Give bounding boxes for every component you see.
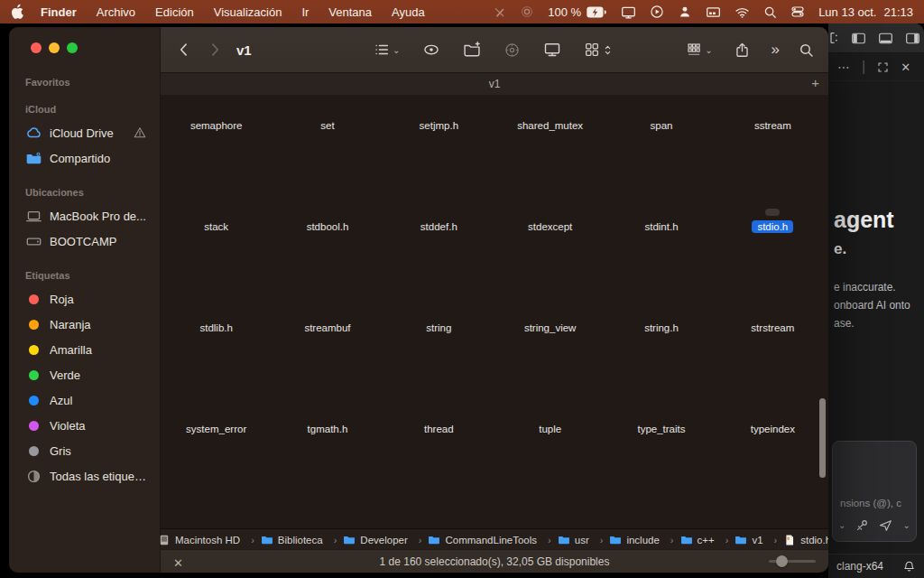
- file-item[interactable]: .h stdbool.h: [272, 209, 383, 310]
- control-center-icon[interactable]: [790, 5, 805, 19]
- file-item[interactable]: .h stddef.h: [383, 209, 494, 310]
- display-mirroring-icon[interactable]: [621, 5, 636, 20]
- file-item[interactable]: .h stdio.h: [717, 209, 828, 310]
- close-editor-icon[interactable]: ✕: [901, 61, 910, 74]
- spotlight-icon[interactable]: [763, 5, 777, 19]
- file-item[interactable]: .h string.h: [605, 310, 716, 411]
- battery-status[interactable]: 100 %: [548, 5, 607, 19]
- file-item[interactable]: shared_mutex: [494, 107, 605, 209]
- menu-item[interactable]: Ayuda: [392, 5, 425, 19]
- zoom-window-button[interactable]: [67, 42, 78, 53]
- menu-item[interactable]: Finder: [41, 5, 77, 19]
- handoff-icon[interactable]: [520, 5, 534, 19]
- sidebar-item[interactable]: iCloud Drive: [20, 120, 151, 145]
- connect-display-button[interactable]: [543, 41, 561, 59]
- view-options-button[interactable]: ⌄: [374, 42, 400, 58]
- search-button[interactable]: [799, 42, 814, 58]
- quick-look-button[interactable]: [422, 41, 440, 59]
- scrollbar[interactable]: [819, 398, 826, 478]
- path-segment[interactable]: Biblioteca ›: [261, 534, 344, 546]
- file-item[interactable]: string: [383, 310, 494, 411]
- sidebar-tag-item[interactable]: Azul: [20, 387, 151, 413]
- apple-menu[interactable]: [11, 4, 24, 20]
- chat-input-box[interactable]: nsions (@), c ⌄ ⌄: [832, 441, 917, 542]
- expand-icon[interactable]: [876, 61, 890, 74]
- tab-v1[interactable]: v1: [489, 78, 501, 90]
- file-item[interactable]: type_traits: [605, 411, 716, 512]
- file-item[interactable]: string_view: [494, 310, 605, 411]
- forward-button[interactable]: [206, 41, 224, 59]
- file-item[interactable]: .h stdlib.h: [161, 310, 272, 411]
- file-item[interactable]: sstream: [717, 107, 828, 209]
- pencil-slash-icon[interactable]: [493, 5, 506, 19]
- toggle-secondary-sidebar-icon[interactable]: [905, 31, 920, 46]
- file-item[interactable]: stdexcept: [494, 209, 605, 310]
- more-toolbar-items-button[interactable]: »: [772, 41, 778, 59]
- file-item[interactable]: semaphore: [161, 107, 272, 209]
- close-window-button[interactable]: [31, 42, 42, 53]
- burn-button[interactable]: [504, 42, 521, 59]
- toggle-primary-sidebar-icon[interactable]: [851, 31, 866, 46]
- file-item[interactable]: stack: [161, 209, 272, 310]
- back-button[interactable]: [175, 41, 193, 59]
- path-segment[interactable]: Developer ›: [343, 534, 428, 546]
- bell-icon[interactable]: [902, 560, 916, 573]
- path-segment[interactable]: include ›: [609, 534, 679, 546]
- path-segment[interactable]: v1 ›: [735, 534, 783, 546]
- now-playing-icon[interactable]: [650, 5, 664, 19]
- send-icon[interactable]: [878, 517, 893, 533]
- menu-item[interactable]: Ventana: [328, 5, 372, 19]
- customize-layout-icon[interactable]: [828, 30, 839, 46]
- fast-user-switching-icon[interactable]: [678, 5, 692, 19]
- path-segment[interactable]: CommandLineTools ›: [428, 534, 557, 546]
- file-item[interactable]: streambuf: [272, 310, 383, 411]
- minimize-window-button[interactable]: [49, 42, 60, 53]
- sidebar-item-all-tags[interactable]: Todas las etiquet...: [20, 463, 151, 489]
- path-segment[interactable]: stdio.h: [783, 534, 828, 546]
- file-item[interactable]: tuple: [494, 411, 605, 512]
- sidebar-item[interactable]: Compartido: [20, 145, 151, 171]
- path-segment-label: v1: [752, 535, 762, 545]
- new-folder-button[interactable]: [463, 41, 481, 59]
- path-segment[interactable]: Macintosh HD ›: [158, 534, 261, 546]
- input-source-icon[interactable]: [706, 5, 721, 20]
- share-button[interactable]: [734, 42, 751, 59]
- sidebar-tag-item[interactable]: Verde: [20, 362, 151, 387]
- path-segment[interactable]: usr ›: [558, 534, 610, 546]
- sidebar-tag-item[interactable]: Naranja: [20, 312, 151, 337]
- menu-item[interactable]: Edición: [155, 5, 194, 19]
- file-item[interactable]: .h setjmp.h: [383, 107, 494, 209]
- tools-icon[interactable]: [855, 518, 869, 533]
- path-segment[interactable]: c++ ›: [680, 534, 735, 546]
- menu-item[interactable]: Archivo: [97, 5, 135, 19]
- file-item[interactable]: typeindex: [717, 411, 828, 512]
- group-view-button[interactable]: ⌄: [686, 42, 712, 58]
- file-item[interactable]: .h tgmath.h: [272, 411, 383, 512]
- menu-item[interactable]: Visualización: [214, 5, 282, 19]
- more-actions-icon[interactable]: ⋯: [837, 60, 851, 74]
- file-item[interactable]: thread: [383, 411, 494, 512]
- menu-bar-clock[interactable]: Lun 13 oct. 21:13: [818, 5, 913, 19]
- sidebar-tag-item[interactable]: Amarilla: [20, 337, 151, 362]
- menu-item[interactable]: Ir: [301, 5, 309, 19]
- icon-size-slider[interactable]: [769, 560, 816, 563]
- chat-input-text: nsions (@), c: [840, 498, 901, 508]
- chevron-down-icon[interactable]: ⌄: [902, 520, 910, 530]
- file-item[interactable]: strstream: [717, 310, 828, 411]
- icon-size-button[interactable]: [584, 42, 614, 58]
- sidebar-tag-item[interactable]: Roja: [20, 286, 151, 312]
- sidebar-tag-item[interactable]: Gris: [20, 438, 151, 463]
- sidebar-item[interactable]: BOOTCAMP: [20, 228, 151, 254]
- status-kit-label[interactable]: clang-x64: [836, 560, 883, 573]
- file-item[interactable]: set: [272, 107, 383, 209]
- sidebar-item[interactable]: MacBook Pro de...: [20, 203, 151, 228]
- new-tab-button[interactable]: +: [811, 75, 819, 90]
- file-item[interactable]: system_error: [161, 411, 272, 512]
- toggle-panel-icon[interactable]: [878, 31, 893, 46]
- file-item[interactable]: .h stdint.h: [605, 209, 716, 310]
- slider-knob[interactable]: [776, 555, 788, 567]
- sidebar-tag-item[interactable]: Violeta: [20, 413, 151, 438]
- wifi-icon[interactable]: [735, 5, 750, 20]
- file-item[interactable]: span: [605, 107, 716, 209]
- chevron-down-icon[interactable]: ⌄: [838, 520, 845, 530]
